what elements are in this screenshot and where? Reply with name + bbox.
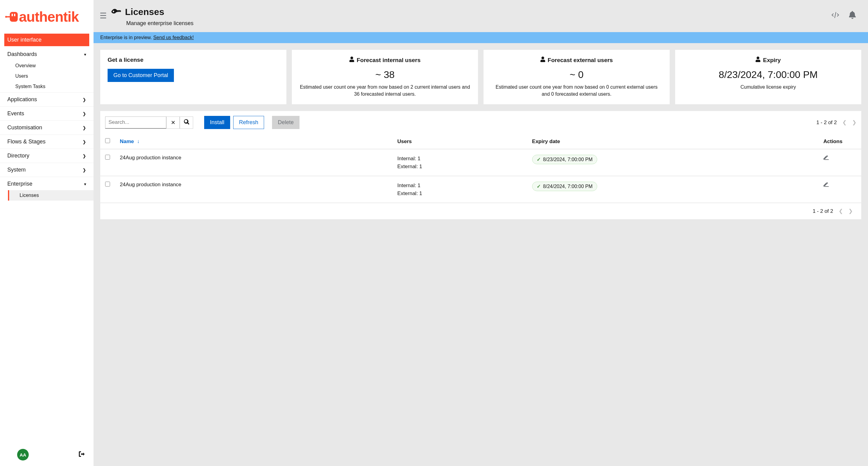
- key-icon: [110, 5, 123, 18]
- col-name[interactable]: Name↓: [115, 134, 393, 149]
- card-external-title: Forecast external users: [548, 57, 613, 64]
- nav-system-label: System: [7, 167, 26, 173]
- preview-banner: Enterprise is in preview. Send us feedba…: [94, 32, 868, 43]
- table-row: 24Aug production instance Internal: 1 Ex…: [100, 176, 861, 203]
- nav-users[interactable]: Users: [12, 71, 89, 81]
- row-actions: [818, 176, 861, 203]
- nav-overview[interactable]: Overview: [12, 61, 89, 71]
- row-actions: [818, 149, 861, 176]
- content: Get a license Go to Customer Portal Fore…: [94, 43, 868, 466]
- nav-applications-label: Applications: [7, 96, 37, 103]
- nav-enterprise[interactable]: Enterprise▾: [4, 178, 89, 190]
- nav-system[interactable]: System❯: [4, 164, 89, 176]
- chevron-right-icon: ❯: [83, 97, 86, 102]
- select-all-checkbox[interactable]: [105, 138, 110, 143]
- refresh-button[interactable]: Refresh: [233, 116, 264, 129]
- row-name: 24Aug production instance: [115, 176, 393, 203]
- expiry-text: 8/23/2024, 7:00:00 PM: [543, 157, 593, 163]
- logo-icon: [4, 9, 19, 24]
- nav-system-tasks-label: System Tasks: [15, 84, 45, 89]
- nav-licenses[interactable]: Licenses: [8, 190, 94, 201]
- nav-flows-stages-label: Flows & Stages: [7, 139, 45, 145]
- sidebar-footer: AA: [0, 443, 94, 466]
- avatar-initials: AA: [20, 452, 26, 458]
- nav-system-tasks[interactable]: System Tasks: [12, 81, 89, 92]
- license-table-panel: ✕ Install Refresh Delete 1 - 2 of 2 ❮ ❯: [100, 111, 861, 219]
- nav-licenses-label: Licenses: [20, 193, 39, 198]
- row-checkbox[interactable]: [105, 155, 110, 159]
- row-users: Internal: 1 External: 1: [393, 176, 527, 203]
- search-icon: [184, 119, 189, 126]
- nav-directory[interactable]: Directory❯: [4, 149, 89, 162]
- pager-prev[interactable]: ❮: [839, 208, 843, 214]
- pager-next[interactable]: ❯: [852, 119, 857, 126]
- table-toolbar: ✕ Install Refresh Delete 1 - 2 of 2 ❮ ❯: [100, 111, 861, 134]
- card-internal-title: Forecast internal users: [357, 57, 421, 64]
- sidebar: authentik User interface Dashboards ▾ Ov…: [0, 0, 94, 466]
- avatar[interactable]: AA: [17, 449, 29, 461]
- sign-out-icon[interactable]: [79, 451, 85, 458]
- col-actions: Actions: [818, 134, 861, 149]
- table-row: 24Aug production instance Internal: 1 Ex…: [100, 149, 861, 176]
- pager-next[interactable]: ❯: [848, 208, 853, 214]
- nav-events[interactable]: Events❯: [4, 107, 89, 120]
- chevron-right-icon: ❯: [83, 168, 86, 172]
- expiry-badge: ✓8/24/2024, 7:00:00 PM: [532, 182, 597, 191]
- card-get-license: Get a license Go to Customer Portal: [100, 50, 286, 104]
- check-icon: ✓: [537, 183, 541, 189]
- search-input[interactable]: [105, 117, 166, 129]
- topbar: ☰ Licenses Manage enterprise licenses: [94, 0, 868, 32]
- bell-icon[interactable]: [849, 11, 856, 20]
- pager-prev[interactable]: ❮: [842, 119, 847, 126]
- brand-name: authentik: [19, 8, 79, 25]
- nav-applications[interactable]: Applications❯: [4, 93, 89, 106]
- feedback-link[interactable]: Send us feedback!: [153, 35, 194, 40]
- brand-logo[interactable]: authentik: [0, 0, 94, 31]
- nav-user-interface[interactable]: User interface: [4, 34, 89, 46]
- close-icon: ✕: [171, 119, 176, 126]
- row-users-internal: Internal: 1: [397, 182, 522, 190]
- svg-rect-2: [10, 12, 18, 22]
- page-title: Licenses: [125, 7, 164, 17]
- row-checkbox[interactable]: [105, 182, 110, 186]
- main: ☰ Licenses Manage enterprise licenses: [94, 0, 868, 466]
- api-icon[interactable]: [831, 11, 840, 20]
- nav-directory-label: Directory: [7, 153, 29, 159]
- page-subtitle: Manage enterprise licenses: [126, 20, 193, 27]
- user-icon: [349, 57, 354, 64]
- chevron-right-icon: ❯: [83, 140, 86, 144]
- row-users-external: External: 1: [397, 163, 522, 171]
- chevron-right-icon: ❯: [83, 153, 86, 158]
- customer-portal-button[interactable]: Go to Customer Portal: [107, 69, 174, 82]
- row-users-external: External: 1: [397, 190, 522, 198]
- chevron-down-icon: ▾: [84, 182, 86, 186]
- svg-rect-3: [11, 14, 13, 16]
- col-name-label: Name: [120, 139, 134, 144]
- edit-button[interactable]: [824, 182, 829, 188]
- chevron-right-icon: ❯: [83, 111, 86, 116]
- card-expiry: Expiry 8/23/2024, 7:00:00 PM Cumulative …: [675, 50, 861, 104]
- edit-button[interactable]: [824, 155, 829, 162]
- card-expiry-title: Expiry: [763, 57, 781, 64]
- chevron-down-icon: ▾: [84, 52, 86, 57]
- search-button[interactable]: [180, 117, 193, 129]
- clear-search-button[interactable]: ✕: [166, 117, 180, 129]
- nav-dashboards[interactable]: Dashboards ▾: [4, 48, 89, 61]
- nav-user-interface-label: User interface: [7, 37, 41, 43]
- expiry-text: 8/24/2024, 7:00:00 PM: [543, 184, 593, 189]
- license-table: Name↓ Users Expiry date Actions 24Aug pr…: [100, 134, 861, 203]
- row-users-internal: Internal: 1: [397, 155, 522, 163]
- col-expiry: Expiry date: [527, 134, 818, 149]
- nav-customisation-label: Customisation: [7, 124, 42, 131]
- user-icon: [540, 57, 545, 64]
- card-expiry-value: 8/23/2024, 7:00:00 PM: [719, 69, 818, 80]
- delete-button[interactable]: Delete: [272, 116, 300, 129]
- card-get-license-title: Get a license: [107, 57, 143, 63]
- nav-flows-stages[interactable]: Flows & Stages❯: [4, 136, 89, 148]
- expiry-badge: ✓8/23/2024, 7:00:00 PM: [532, 155, 597, 164]
- nav-customisation[interactable]: Customisation❯: [4, 121, 89, 134]
- install-button[interactable]: Install: [204, 116, 230, 129]
- hamburger-icon[interactable]: ☰: [100, 7, 110, 21]
- row-expiry: ✓8/23/2024, 7:00:00 PM: [527, 149, 818, 176]
- svg-rect-1: [7, 16, 10, 18]
